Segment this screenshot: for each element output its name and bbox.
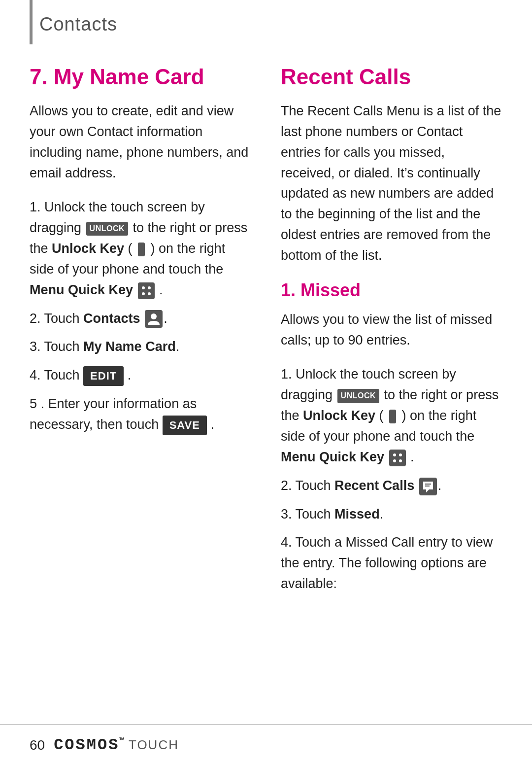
- svg-point-5: [148, 292, 151, 295]
- step-text: Menu Quick Key: [281, 450, 384, 464]
- missed-step-2: 2. Touch Recent Calls .: [281, 476, 502, 496]
- left-section-title: 7. My Name Card: [30, 65, 251, 89]
- step-text: My Name Card: [83, 339, 176, 354]
- right-section-intro: The Recent Calls Menu is a list of the l…: [281, 101, 502, 266]
- svg-rect-8: [389, 410, 396, 423]
- header-label: Contacts: [39, 14, 117, 35]
- step-num: 5 .: [30, 396, 48, 411]
- left-steps-list: 1. Unlock the touch screen by dragging U…: [30, 197, 251, 435]
- left-step-5: 5 . Enter your information as necessary,…: [30, 394, 251, 435]
- svg-point-12: [393, 459, 396, 462]
- left-step-1: 1. Unlock the touch screen by dragging U…: [30, 197, 251, 300]
- menu-icon-2: [389, 450, 406, 466]
- step-text: Unlock Key: [303, 408, 375, 423]
- step-text: Contacts: [83, 311, 140, 326]
- svg-point-2: [142, 286, 145, 289]
- missed-intro: Allows you to view the list of missed ca…: [281, 310, 502, 351]
- content-area: 7. My Name Card Allows you to create, ed…: [0, 45, 532, 622]
- left-step-3: 3. Touch My Name Card.: [30, 337, 251, 357]
- brand-name: COSMOS™: [54, 736, 126, 754]
- page-header: Contacts: [0, 0, 532, 45]
- svg-point-7: [151, 313, 157, 319]
- left-section-intro: Allows you to create, edit and view your…: [30, 101, 251, 183]
- right-section-title: Recent Calls: [281, 65, 502, 89]
- step-num: 3.: [30, 339, 44, 354]
- brand-touch: TOUCH: [129, 737, 179, 753]
- svg-rect-1: [138, 282, 155, 299]
- step-num: 2.: [30, 311, 44, 326]
- step-text: Missed: [334, 507, 380, 522]
- page-number: 60: [30, 737, 45, 753]
- step-num: 3.: [281, 507, 296, 522]
- edit-btn: EDIT: [83, 366, 124, 386]
- svg-point-4: [142, 292, 145, 295]
- step-text: Menu Quick Key: [30, 282, 133, 297]
- svg-point-10: [393, 453, 396, 456]
- menu-icon: [138, 282, 155, 299]
- contacts-icon: [145, 310, 163, 328]
- missed-step-4: 4. Touch a Missed Call entry to view the…: [281, 532, 502, 594]
- key-icon-2: [388, 410, 397, 423]
- page-container: Contacts 7. My Name Card Allows you to c…: [0, 0, 532, 765]
- step-num: 4.: [281, 535, 296, 550]
- step-text: Recent Calls: [334, 478, 414, 493]
- step-num: 1.: [30, 200, 44, 214]
- key-icon: [137, 243, 146, 256]
- step-num: 1.: [281, 367, 296, 382]
- footer-brand: COSMOS™ TOUCH: [54, 736, 179, 754]
- left-column: 7. My Name Card Allows you to create, ed…: [30, 65, 251, 602]
- step-num: 2.: [281, 478, 296, 493]
- unlock-icon: UNLOCK: [86, 222, 128, 236]
- missed-steps-list: 1. Unlock the touch screen by dragging U…: [281, 364, 502, 594]
- left-step-2: 2. Touch Contacts .: [30, 309, 251, 329]
- left-step-4: 4. Touch EDIT .: [30, 365, 251, 386]
- left-accent-bar: [30, 0, 33, 44]
- step-text: Unlock Key: [52, 241, 124, 256]
- svg-point-3: [148, 286, 151, 289]
- svg-rect-0: [138, 243, 145, 256]
- page-footer: 60 COSMOS™ TOUCH: [0, 724, 532, 765]
- missed-subtitle: 1. Missed: [281, 280, 502, 301]
- unlock-icon-2: UNLOCK: [337, 389, 379, 403]
- save-btn: SAVE: [163, 416, 207, 435]
- right-column: Recent Calls The Recent Calls Menu is a …: [281, 65, 502, 602]
- svg-point-11: [399, 453, 402, 456]
- missed-step-3: 3. Touch Missed.: [281, 504, 502, 525]
- svg-point-13: [399, 459, 402, 462]
- svg-rect-9: [389, 450, 406, 466]
- missed-step-1: 1. Unlock the touch screen by dragging U…: [281, 364, 502, 467]
- step-num: 4.: [30, 368, 44, 382]
- recent-calls-icon: [419, 478, 437, 495]
